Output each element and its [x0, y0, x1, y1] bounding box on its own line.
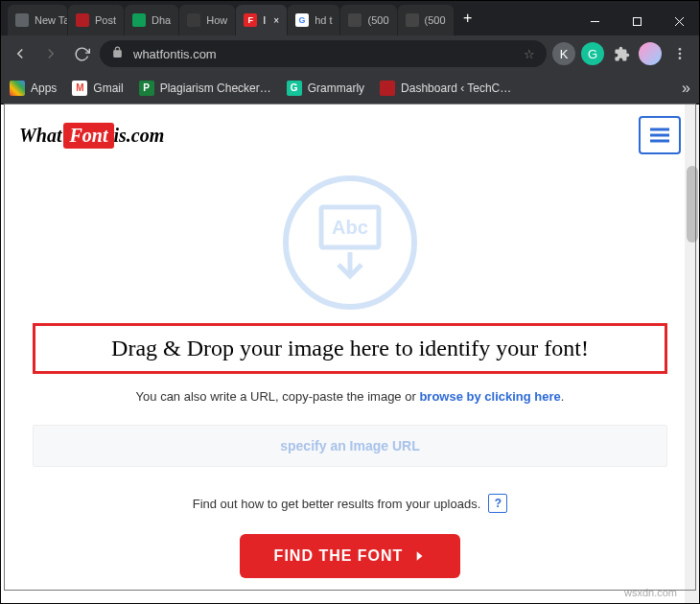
- svg-point-4: [679, 48, 682, 51]
- bookmark-star-icon[interactable]: ☆: [524, 47, 535, 61]
- lock-icon: [111, 46, 124, 61]
- scroll-thumb[interactable]: [687, 166, 698, 243]
- chevron-right-icon: [412, 549, 426, 563]
- page-content: What Font is.com Abc Drag & Drop your im…: [0, 105, 700, 604]
- site-logo[interactable]: What Font is.com: [19, 123, 164, 149]
- headline-highlight: Drag & Drop your image here to identify …: [33, 323, 667, 374]
- sub-instruction: You can also write a URL, copy-paste the…: [33, 389, 667, 404]
- window-titlebar: New Tab Post Dha How FI× Ghd t (500 (500…: [0, 0, 700, 35]
- tab-dha[interactable]: Dha: [125, 5, 178, 35]
- vertical-scrollbar[interactable]: [685, 105, 700, 604]
- bookmark-plagiarism[interactable]: PPlagiarism Checker…: [139, 81, 271, 96]
- upload-illustration: Abc: [283, 175, 417, 310]
- tab-how[interactable]: How: [179, 5, 235, 35]
- hamburger-icon: [649, 128, 670, 143]
- tab-post[interactable]: Post: [68, 5, 124, 35]
- back-button[interactable]: [8, 41, 33, 66]
- bookmarks-bar: Apps MGmail PPlagiarism Checker… GGramma…: [0, 72, 700, 105]
- extensions-icon[interactable]: [610, 42, 633, 65]
- bookmark-dashboard[interactable]: Dashboard ‹ TechC…: [380, 81, 511, 96]
- browser-toolbar: whatfontis.com ☆ K G: [0, 35, 700, 72]
- svg-rect-1: [633, 17, 641, 25]
- bookmark-grammarly[interactable]: GGrammarly: [287, 81, 364, 96]
- tab-500-2[interactable]: (500: [398, 5, 454, 35]
- drop-headline: Drag & Drop your image here to identify …: [43, 336, 657, 361]
- svg-marker-13: [417, 551, 423, 560]
- maximize-button[interactable]: [616, 7, 658, 35]
- footer-watermark: wsxdn.com: [624, 587, 677, 598]
- window-controls: [573, 7, 700, 35]
- find-font-button[interactable]: FIND THE FONT: [240, 534, 461, 578]
- reload-button[interactable]: [69, 41, 94, 66]
- profile-avatar[interactable]: [639, 42, 662, 65]
- close-tab-icon[interactable]: ×: [273, 15, 279, 26]
- image-url-input[interactable]: [33, 425, 667, 467]
- site-header: What Font is.com: [0, 105, 700, 166]
- tab-whatfontis[interactable]: FI×: [236, 5, 287, 35]
- address-bar[interactable]: whatfontis.com ☆: [100, 40, 547, 67]
- browse-link[interactable]: browse by clicking here: [419, 389, 560, 404]
- ext-k-icon[interactable]: K: [552, 42, 575, 65]
- tab-new[interactable]: New Tab: [8, 5, 67, 35]
- bookmarks-overflow-icon[interactable]: »: [682, 80, 690, 97]
- close-window-button[interactable]: [658, 7, 700, 35]
- tab-hd[interactable]: Ghd t: [288, 5, 339, 35]
- svg-point-6: [679, 57, 682, 59]
- menu-hamburger-button[interactable]: [639, 116, 681, 154]
- help-line: Find out how to get better results from …: [33, 494, 667, 513]
- bookmark-gmail[interactable]: MGmail: [72, 81, 123, 96]
- tab-500-1[interactable]: (500: [340, 5, 396, 35]
- browser-tabs: New Tab Post Dha How FI× Ghd t (500 (500…: [0, 5, 481, 35]
- url-text: whatfontis.com: [133, 47, 514, 61]
- bookmark-apps[interactable]: Apps: [10, 81, 57, 96]
- minimize-button[interactable]: [573, 7, 616, 35]
- menu-button[interactable]: [667, 41, 692, 66]
- ext-grammarly-icon[interactable]: G: [581, 42, 604, 65]
- new-tab-button[interactable]: +: [455, 5, 481, 32]
- forward-button[interactable]: [38, 41, 63, 66]
- help-icon[interactable]: ?: [488, 494, 507, 513]
- svg-text:Abc: Abc: [332, 217, 368, 238]
- svg-point-5: [679, 53, 682, 56]
